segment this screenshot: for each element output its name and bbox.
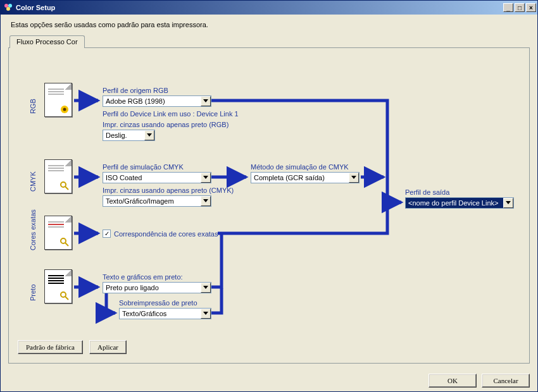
svg-point-11	[63, 108, 66, 111]
dropdown-icon	[201, 173, 211, 183]
label-cmyk-method: Método de simulação de CMYK	[251, 163, 349, 171]
combo-cmyk-method-value: Completa (GCR saída)	[251, 174, 349, 181]
svg-point-12	[61, 182, 66, 187]
checkbox-spot-match[interactable]: ✓ Correspondência de cores exatas	[103, 230, 218, 238]
svg-line-13	[65, 187, 68, 190]
combo-black-text[interactable]: Preto puro ligado	[103, 282, 211, 293]
combo-black-text-value: Preto puro ligado	[103, 284, 201, 291]
label-cmyk-sim: Perfil de simulação CMYK	[103, 163, 184, 171]
section-cmyk-label: CMYK	[29, 171, 37, 192]
apply-button[interactable]: Aplicar	[89, 340, 127, 354]
magnifier-icon	[59, 237, 70, 247]
thumb-rgb	[44, 83, 72, 117]
combo-cmyk-sim[interactable]: ISO Coated	[103, 172, 211, 183]
intro-text: Estas opções serão usadas como padrão pa…	[11, 21, 530, 28]
label-device-link-info: Perfil do Device Link em uso : Device Li…	[103, 110, 239, 118]
combo-cmyk-sim-value: ISO Coated	[103, 174, 201, 181]
svg-point-14	[61, 238, 66, 243]
checkbox-spot-match-label: Correspondência de cores exatas	[114, 230, 218, 238]
section-spot-label: Cores exatas	[29, 209, 37, 250]
combo-cmyk-gray-value: Texto/Gráfico/Imagem	[103, 197, 201, 205]
maximize-button[interactable]: □	[515, 3, 525, 12]
dropdown-icon	[201, 196, 211, 206]
combo-black-over[interactable]: Texto/Gráficos	[119, 308, 211, 319]
combo-rgb-gray[interactable]: Deslig.	[103, 130, 155, 141]
svg-point-16	[61, 292, 66, 297]
magnifier-icon	[59, 181, 70, 191]
factory-defaults-button[interactable]: Padrão de fábrica	[18, 340, 83, 354]
svg-point-0	[4, 4, 8, 8]
svg-line-17	[65, 297, 68, 300]
tab-panel: RGB Perfil de origem RGB Adobe RGB (1998…	[8, 47, 530, 364]
ok-button[interactable]: OK	[429, 374, 477, 388]
label-rgb-source: Perfil de origem RGB	[103, 87, 168, 94]
dropdown-icon	[144, 130, 154, 140]
combo-rgb-source[interactable]: Adobe RGB (1998)	[103, 95, 211, 107]
close-button[interactable]: ×	[526, 3, 536, 12]
label-cmyk-gray: Impr. cinzas usando apenas preto (CMYK)	[103, 187, 234, 194]
window-title: Color Setup	[16, 4, 55, 11]
cancel-button[interactable]: Cancelar	[482, 374, 530, 388]
combo-black-over-value: Texto/Gráficos	[120, 310, 201, 317]
dropdown-icon	[201, 309, 211, 319]
label-black-over: Sobreimpressão de preto	[119, 299, 197, 307]
thumb-cmyk	[44, 159, 72, 193]
dropdown-icon	[201, 96, 211, 106]
app-icon	[3, 3, 13, 13]
minimize-button[interactable]: _	[503, 3, 513, 12]
combo-cmyk-gray[interactable]: Texto/Gráfico/Imagem	[103, 195, 211, 207]
combo-output-profile[interactable]: <nome do perfil Device Link>	[405, 197, 514, 209]
combo-cmyk-method[interactable]: Completa (GCR saída)	[251, 172, 360, 183]
titlebar: Color Setup _ □ ×	[1, 1, 537, 15]
sunflower-icon	[59, 104, 70, 114]
dropdown-icon	[503, 198, 513, 208]
combo-rgb-gray-value: Deslig.	[103, 132, 144, 139]
magnifier-icon	[59, 291, 70, 301]
label-output-profile: Perfil de saída	[405, 188, 449, 196]
svg-point-1	[8, 4, 12, 8]
section-rgb-label: RGB	[29, 99, 37, 114]
color-setup-window: Color Setup _ □ × Estas opções serão usa…	[0, 0, 538, 392]
thumb-black	[44, 269, 72, 303]
svg-point-2	[6, 7, 10, 11]
thumb-spot	[44, 216, 72, 250]
label-black-text: Texto e gráficos em preto:	[103, 273, 183, 281]
dropdown-icon	[201, 283, 211, 293]
dropdown-icon	[349, 173, 359, 183]
label-rgb-gray: Impr. cinzas usando apenas preto (RGB)	[103, 121, 228, 128]
svg-line-15	[65, 243, 68, 246]
tab-color-flow[interactable]: Fluxo Processo Cor	[9, 35, 85, 48]
check-icon: ✓	[103, 230, 111, 238]
combo-output-profile-value: <nome do perfil Device Link>	[406, 199, 503, 207]
section-black-label: Preto	[29, 285, 37, 301]
combo-rgb-source-value: Adobe RGB (1998)	[103, 97, 201, 105]
